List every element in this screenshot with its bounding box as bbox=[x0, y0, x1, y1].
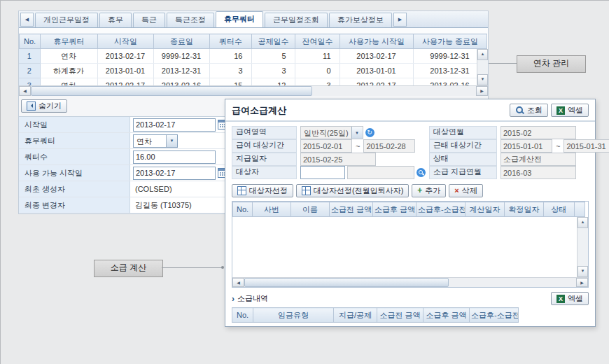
column-header-quota-count: 쿼터수 bbox=[210, 34, 252, 49]
scroll-right-icon[interactable]: ▶ bbox=[476, 86, 488, 96]
target-grid-icon bbox=[302, 186, 311, 195]
pay-date-label: 지급일자 bbox=[232, 153, 297, 166]
salary-area-label: 급여영역 bbox=[232, 126, 297, 139]
retro-result-grid: No. 사번 이름 소급전 금액 소급후 금액 소급후-소급전 계산일자 확정일… bbox=[232, 201, 589, 288]
refresh-icon[interactable]: ↻ bbox=[365, 128, 374, 137]
plus-icon: + bbox=[417, 187, 422, 195]
quota-type-label: 휴무쿼터 bbox=[19, 133, 130, 148]
column-header-status: 상태 bbox=[544, 202, 575, 217]
pay-form-row-2: 급여 대상기간 ~ 근태 대상기간 ~ bbox=[232, 140, 589, 152]
target-person-label: 대상자 bbox=[232, 166, 297, 179]
chevron-left-icon: ◀ bbox=[25, 17, 29, 22]
usable-start-label: 사용 가능 시작일 bbox=[19, 165, 130, 181]
tab-leave-quota[interactable]: 휴무쿼터 bbox=[216, 11, 263, 27]
section-arrow-icon: › bbox=[232, 295, 234, 302]
attendance-period-to-input bbox=[564, 139, 609, 153]
column-header-before-amount: 소급전 금액 bbox=[330, 202, 373, 217]
retro-month-input bbox=[500, 166, 576, 179]
column-header-no: No. bbox=[233, 202, 253, 217]
scroll-down-icon[interactable]: ▼ bbox=[578, 266, 588, 277]
callout-retro-calc: 소급 계산 bbox=[94, 260, 163, 277]
status-label: 상태 bbox=[429, 153, 497, 166]
column-header-no: No. bbox=[232, 308, 253, 323]
salary-period-from-input bbox=[300, 139, 352, 153]
scroll-up-icon[interactable]: ▲ bbox=[477, 49, 488, 60]
pay-date-input bbox=[300, 153, 376, 166]
tab-overtime-adjust[interactable]: 특근조정 bbox=[167, 13, 214, 27]
modifier-label: 최종 변경자 bbox=[19, 197, 130, 213]
chevron-down-icon: ▼ bbox=[351, 127, 363, 139]
screenshot-stage: ◀ 개인근무일정 휴무 특근 특근조정 휴무쿼터 근무일정조회 휴가보상정보 ▶… bbox=[0, 0, 609, 364]
tab-schedule-inquiry[interactable]: 근무일정조회 bbox=[265, 13, 328, 27]
column-header-quota-type: 휴무쿼터 bbox=[41, 34, 98, 49]
target-grid-icon bbox=[237, 186, 246, 195]
retro-detail-grid-header: No. 임금유형 지급/공제 소급전 금액 소급후 금액 소급후-소급전 bbox=[232, 307, 519, 323]
tab-personal-schedule[interactable]: 개인근무일정 bbox=[35, 13, 98, 27]
leave-quota-grid-header: No. 휴무쿼터 시작일 종료일 쿼터수 공제일수 잔여일수 사용가능 시작일 … bbox=[19, 34, 487, 49]
column-header-before-amount: 소급전 금액 bbox=[377, 308, 424, 323]
column-header-after-amount: 소급후 금액 bbox=[424, 308, 470, 323]
page-title: 급여소급계산 bbox=[232, 104, 286, 117]
column-header-wage-type: 임금유형 bbox=[253, 308, 334, 323]
column-header-pay-deduct: 지급/공제 bbox=[334, 308, 377, 323]
column-header-emp-no: 사번 bbox=[253, 202, 291, 217]
select-targets-button[interactable]: 대상자선정 bbox=[232, 184, 293, 197]
scroll-right-icon[interactable]: ▶ bbox=[576, 278, 588, 287]
tab-overtime[interactable]: 특근 bbox=[133, 13, 165, 27]
excel-icon: X bbox=[556, 295, 565, 303]
column-header-calc-date: 계산일자 bbox=[465, 202, 505, 217]
excel-button[interactable]: X 엑셀 bbox=[551, 104, 589, 117]
quota-row-2[interactable]: 2 하계휴가 2013-01-01 2013-12-31 3 3 0 2013-… bbox=[19, 64, 486, 78]
scroll-left-icon[interactable]: ◀ bbox=[19, 86, 31, 96]
horizontal-scrollbar[interactable]: ◀ ▶ bbox=[19, 85, 488, 96]
horizontal-scrollbar[interactable]: ◀ ▶ bbox=[232, 277, 588, 287]
inquiry-button[interactable]: 조회 bbox=[510, 104, 548, 117]
target-month-input bbox=[500, 126, 576, 139]
quota-count-input[interactable] bbox=[133, 150, 216, 164]
add-button[interactable]: + 추가 bbox=[412, 184, 446, 197]
column-header-after-amount: 소급후 금액 bbox=[373, 202, 416, 217]
quota-count-label: 쿼터수 bbox=[19, 149, 130, 164]
scrollbar-thumb[interactable] bbox=[31, 86, 312, 96]
scroll-left-icon[interactable]: ◀ bbox=[232, 278, 244, 287]
select-targets-prev-month-button[interactable]: 대상자선정(전월입퇴사자) bbox=[296, 184, 409, 197]
column-header-name: 이름 bbox=[291, 202, 330, 217]
scroll-down-icon[interactable]: ▼ bbox=[477, 74, 488, 85]
column-header-confirm-date: 확정일자 bbox=[505, 202, 544, 217]
target-person-code-input[interactable] bbox=[300, 166, 345, 179]
scroll-up-icon[interactable]: ▲ bbox=[578, 217, 588, 228]
tab-vacation-compensation[interactable]: 휴가보상정보 bbox=[329, 13, 392, 27]
vertical-scrollbar[interactable]: ▲ ▼ bbox=[577, 217, 588, 277]
detail-excel-button[interactable]: X 엑셀 bbox=[551, 292, 589, 305]
hide-button[interactable]: 숨기기 bbox=[21, 99, 67, 113]
result-grid-header: No. 사번 이름 소급전 금액 소급후 금액 소급후-소급전 계산일자 확정일… bbox=[232, 202, 585, 217]
callout-line-retro bbox=[162, 267, 222, 268]
vertical-scrollbar[interactable]: ▲ ▼ bbox=[477, 49, 488, 85]
retro-detail-section-header[interactable]: › 소급내역 X 엑셀 bbox=[232, 292, 589, 305]
column-header-diff: 소급후-소급전 bbox=[416, 202, 465, 217]
column-header-filler bbox=[575, 202, 585, 217]
creator-label: 최초 생성자 bbox=[19, 181, 130, 197]
callout-line-endpoint bbox=[221, 266, 224, 269]
result-grid-body: ▲ ▼ bbox=[232, 217, 588, 277]
column-header-start-date: 시작일 bbox=[98, 34, 154, 49]
tab-dayoff[interactable]: 휴무 bbox=[99, 13, 132, 27]
attendance-period-label: 근태 대상기간 bbox=[429, 139, 497, 153]
tab-scroll-left-button[interactable]: ◀ bbox=[20, 13, 34, 27]
scrollbar-thumb[interactable] bbox=[244, 278, 449, 287]
search-icon bbox=[515, 106, 524, 115]
payroll-button-row: 대상자선정 대상자선정(전월입퇴사자) + 추가 × 삭제 bbox=[232, 184, 589, 197]
salary-period-to-input bbox=[363, 139, 415, 153]
tab-scroll-right-button[interactable]: ▶ bbox=[393, 13, 407, 27]
usable-start-input[interactable] bbox=[133, 167, 216, 180]
column-header-deducted-days: 공제일수 bbox=[252, 34, 295, 49]
leave-quota-grid-body: 1 연차 2013-02-17 9999-12-31 16 5 11 2013-… bbox=[19, 49, 488, 85]
quota-type-select[interactable]: 연차 ▼ bbox=[133, 134, 178, 148]
person-lookup-icon[interactable] bbox=[416, 168, 426, 177]
delete-row-button[interactable]: × 삭제 bbox=[449, 184, 482, 197]
quota-row-3[interactable]: 3 연차 2012-02-17 2013-02-16 15 12 3 2012-… bbox=[19, 78, 486, 86]
quota-row-1[interactable]: 1 연차 2013-02-17 9999-12-31 16 5 11 2013-… bbox=[19, 49, 486, 64]
column-header-usable-end: 사용가능 종료일 bbox=[414, 34, 487, 49]
start-date-input[interactable] bbox=[133, 118, 216, 132]
callout-line-annual bbox=[489, 63, 517, 64]
